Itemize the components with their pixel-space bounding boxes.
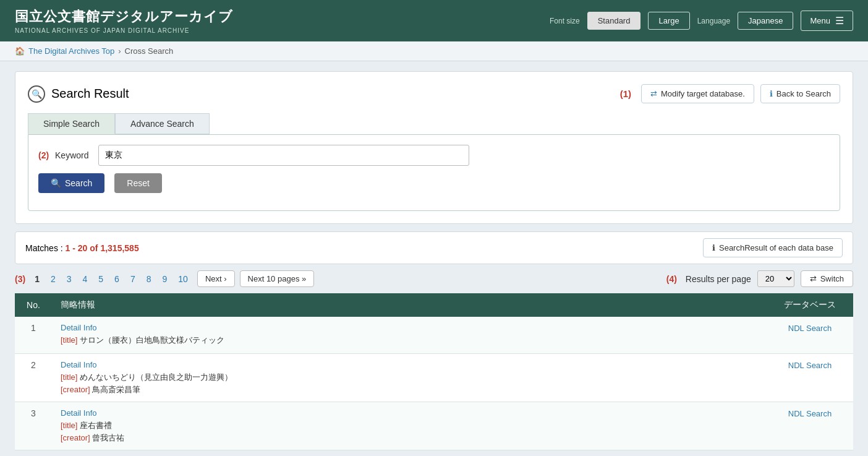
title-label: [title]: [61, 335, 77, 345]
tab-advance-search[interactable]: Advance Search: [115, 113, 210, 134]
search-button-icon: 🔍: [51, 178, 61, 188]
keyword-row: (2) Keyword: [38, 145, 830, 166]
row-database: NDL Search: [767, 354, 853, 402]
each-db-icon: ℹ: [712, 243, 715, 252]
table-header: No. 簡略情報 データベース: [15, 293, 853, 317]
each-db-button[interactable]: ℹ SearchResult of each data base: [703, 238, 843, 257]
row-info: Detail Info[title] 座右書禮[creator] 曾我古祐: [52, 402, 767, 450]
page-8[interactable]: 8: [142, 272, 156, 286]
table-row: 1Detail Info[title] サロン（腰衣）白地鳥獣文様バティックND…: [15, 317, 853, 354]
page-10[interactable]: 10: [174, 272, 192, 286]
back-to-search-button[interactable]: ℹ Back to Search: [760, 84, 840, 103]
detail-info-link[interactable]: Detail Info: [61, 408, 758, 418]
row-number: 1: [15, 317, 52, 354]
row-number: 2: [15, 354, 52, 402]
panel-title: 🔍 Search Result: [28, 85, 129, 103]
next-10-button[interactable]: Next 10 pages »: [240, 270, 315, 287]
page-7[interactable]: 7: [126, 272, 140, 286]
results-per-page-label: Results per page: [686, 274, 751, 284]
table-row: 2Detail Info[title] めんないちどり（見立由良之助一力遊興）[…: [15, 354, 853, 402]
section-label-4: (4): [666, 274, 677, 284]
breadcrumb: 🏠 The Digital Archives Top › Cross Searc…: [0, 41, 868, 61]
breadcrumb-current: Cross Search: [125, 46, 174, 56]
switch-icon: ⇄: [810, 274, 817, 283]
font-large-button[interactable]: Large: [648, 12, 689, 30]
modify-icon: ⇄: [650, 89, 657, 98]
panel-header: 🔍 Search Result (1) ⇄ Modify target data…: [28, 84, 840, 103]
result-title: [title] 座右書禮: [61, 420, 758, 431]
main-content: 🔍 Search Result (1) ⇄ Modify target data…: [0, 61, 868, 456]
next-button[interactable]: Next ›: [197, 270, 235, 287]
home-icon: 🏠: [15, 46, 25, 56]
detail-info-link[interactable]: Detail Info: [61, 360, 758, 369]
keyword-label: (2) Keyword: [38, 150, 88, 160]
site-title-ja: 国立公文書館デジタルアーカイブ: [15, 7, 233, 26]
panel-title-text: Search Result: [51, 87, 129, 101]
row-database: NDL Search: [767, 402, 853, 450]
row-info: Detail Info[title] サロン（腰衣）白地鳥獣文様バティック: [52, 317, 767, 354]
per-page-select[interactable]: 20 50 100: [757, 270, 794, 287]
result-creator: [creator] 曾我古祐: [61, 432, 758, 444]
section-label-1: (1): [620, 88, 631, 99]
breadcrumb-home-link[interactable]: The Digital Archives Top: [28, 46, 114, 56]
site-title: 国立公文書館デジタルアーカイブ NATIONAL ARCHIVES OF JAP…: [15, 7, 233, 34]
switch-button[interactable]: ⇄ Switch: [801, 270, 853, 287]
db-search-link[interactable]: NDL Search: [788, 361, 832, 370]
search-button[interactable]: 🔍 Search: [38, 173, 104, 193]
panel-actions: (1) ⇄ Modify target database. ℹ Back to …: [620, 84, 840, 103]
section-label-2: (2): [38, 150, 49, 160]
hamburger-icon: ☰: [835, 15, 844, 27]
title-label: [title]: [61, 372, 77, 382]
menu-button[interactable]: Menu ☰: [801, 11, 853, 31]
table-row: 3Detail Info[title] 座右書禮[creator] 曾我古祐ND…: [15, 402, 853, 450]
page-6[interactable]: 6: [110, 272, 124, 286]
tab-simple-search[interactable]: Simple Search: [28, 113, 115, 134]
db-search-link[interactable]: NDL Search: [788, 409, 832, 418]
section-label-3: (3): [15, 274, 25, 284]
row-number: 3: [15, 402, 52, 450]
keyword-input[interactable]: [98, 145, 469, 166]
breadcrumb-separator: ›: [118, 46, 121, 56]
result-title: [title] めんないちどり（見立由良之助一力遊興）: [61, 372, 758, 383]
pagination-left: (3) 1 2 3 4 5 6 7 8 9 10 Next › Next 10 …: [15, 270, 314, 287]
reset-button[interactable]: Reset: [114, 173, 162, 193]
page-4[interactable]: 4: [79, 272, 92, 286]
page-2[interactable]: 2: [46, 272, 60, 286]
page-5[interactable]: 5: [94, 272, 108, 286]
language-label: Language: [697, 17, 730, 25]
row-info: Detail Info[title] めんないちどり（見立由良之助一力遊興）[c…: [52, 354, 767, 402]
creator-label: [creator]: [61, 433, 90, 442]
info-icon: ℹ: [770, 89, 773, 98]
tab-content: (2) Keyword 🔍 Search Reset: [28, 134, 840, 211]
site-title-en: NATIONAL ARCHIVES OF JAPAN DIGITAL ARCHI…: [15, 27, 233, 34]
page-1[interactable]: 1: [30, 272, 44, 286]
result-creator: [creator] 鳥高斎栄昌筆: [61, 384, 758, 395]
language-button[interactable]: Japanese: [738, 12, 793, 30]
db-search-link[interactable]: NDL Search: [788, 324, 832, 333]
header: 国立公文書館デジタルアーカイブ NATIONAL ARCHIVES OF JAP…: [0, 0, 868, 41]
col-header-no: No.: [15, 293, 52, 317]
matches-bar: Matches : 1 - 20 of 1,315,585 ℹ SearchRe…: [15, 231, 853, 264]
pagination-bar: (3) 1 2 3 4 5 6 7 8 9 10 Next › Next 10 …: [15, 270, 853, 287]
page-3[interactable]: 3: [62, 272, 76, 286]
form-buttons: 🔍 Search Reset: [38, 173, 830, 193]
modify-database-button[interactable]: ⇄ Modify target database.: [641, 84, 754, 103]
col-header-info: 簡略情報: [52, 293, 767, 317]
title-label: [title]: [61, 421, 77, 430]
matches-count: 1 - 20 of 1,315,585: [66, 243, 139, 253]
page-9[interactable]: 9: [158, 272, 172, 286]
detail-info-link[interactable]: Detail Info: [61, 323, 758, 332]
table-body: 1Detail Info[title] サロン（腰衣）白地鳥獣文様バティックND…: [15, 317, 853, 450]
creator-label: [creator]: [61, 385, 90, 394]
result-title: [title] サロン（腰衣）白地鳥獣文様バティック: [61, 335, 758, 346]
result-table: No. 簡略情報 データベース 1Detail Info[title] サロン（…: [15, 293, 853, 450]
search-result-panel: 🔍 Search Result (1) ⇄ Modify target data…: [15, 71, 853, 224]
search-tabs: Simple Search Advance Search: [28, 113, 840, 134]
header-controls: Font size Standard Large Language Japane…: [550, 11, 853, 31]
row-database: NDL Search: [767, 317, 853, 354]
matches-text: Matches : 1 - 20 of 1,315,585: [25, 243, 139, 253]
font-standard-button[interactable]: Standard: [587, 12, 641, 30]
col-header-db: データベース: [767, 293, 853, 317]
search-icon: 🔍: [28, 85, 45, 103]
pagination-right: (4) Results per page 20 50 100 ⇄ Switch: [666, 270, 853, 287]
